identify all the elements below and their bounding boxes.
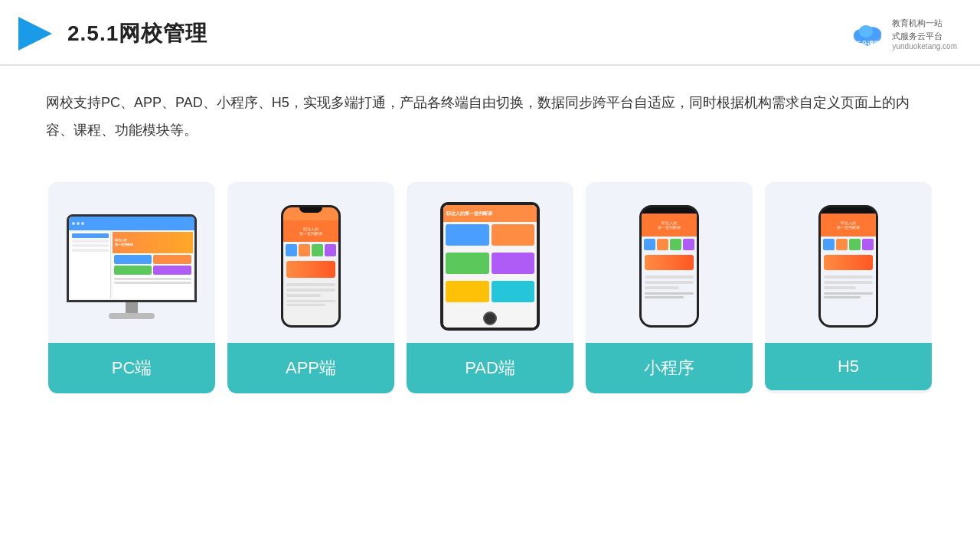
h5-card: 职达人的第一堂判断课 — [765, 182, 932, 393]
svg-text:云朵课堂: 云朵课堂 — [855, 41, 880, 47]
pad-card: 职达人的第一堂判断课 PAD端 — [407, 182, 573, 393]
mini-card: 职达人的第一堂判断课 — [586, 182, 753, 393]
app-card: 职达人的第一堂判断课 — [227, 182, 394, 393]
logo-text: 教育机构一站式服务云平台 yunduoketang.com — [892, 17, 957, 51]
pc-card: 职达人的第一堂判断课 — [48, 182, 215, 393]
pc-card-label: PC端 — [48, 343, 215, 393]
h5-phone-mockup: 职达人的第一堂判断课 — [818, 205, 878, 328]
pad-tablet-mockup: 职达人的第一堂判断课 — [440, 202, 540, 331]
play-icon — [15, 14, 55, 54]
header-left: 2.5.1网校管理 — [15, 14, 207, 54]
app-phone-mockup: 职达人的第一堂判断课 — [281, 205, 341, 328]
platform-cards: 职达人的第一堂判断课 — [0, 159, 980, 409]
cloud-logo-icon: 云朵课堂 — [849, 20, 886, 47]
app-card-label: APP端 — [227, 343, 394, 393]
app-image-area: 职达人的第一堂判断课 — [227, 182, 394, 343]
svg-point-5 — [859, 25, 873, 37]
mini-image-area: 职达人的第一堂判断课 — [586, 182, 753, 343]
logo-domain: yunduoketang.com — [892, 42, 957, 51]
h5-card-label: H5 — [765, 343, 932, 390]
page-title: 2.5.1网校管理 — [67, 19, 207, 48]
svg-marker-0 — [18, 17, 52, 51]
mini-card-label: 小程序 — [586, 343, 753, 393]
header: 2.5.1网校管理 云朵课堂 教育机构一站式服务云平台 yunduoketang… — [0, 0, 980, 66]
pad-card-label: PAD端 — [407, 343, 573, 393]
mini-phone-mockup: 职达人的第一堂判断课 — [639, 205, 699, 328]
pad-image-area: 职达人的第一堂判断课 — [407, 182, 573, 343]
logo-slogan: 教育机构一站式服务云平台 — [892, 17, 942, 42]
description-text: 网校支持PC、APP、PAD、小程序、H5，实现多端打通，产品各终端自由切换，数… — [0, 66, 980, 152]
pc-monitor-mockup: 职达人的第一堂判断课 — [67, 214, 197, 319]
h5-image-area: 职达人的第一堂判断课 — [765, 182, 932, 343]
logo-area: 云朵课堂 教育机构一站式服务云平台 yunduoketang.com — [849, 17, 957, 51]
pc-image-area: 职达人的第一堂判断课 — [48, 182, 215, 343]
